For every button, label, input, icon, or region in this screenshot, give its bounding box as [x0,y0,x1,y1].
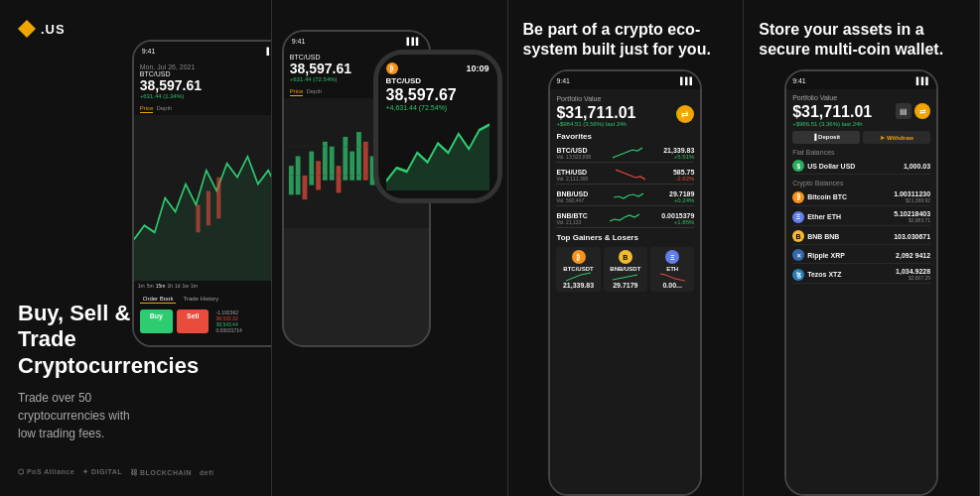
panel-ecosystem: Be part of a crypto eco-system built jus… [508,0,745,496]
eth-icon: Ξ [792,211,804,223]
status-time-2: 9:41 [292,38,306,45]
mini-chart-btc [613,146,642,160]
phone-mockup-4: 9:41 ▐▐ ▌ Portfolio Value $31,711.01 +$9… [784,69,938,496]
list-item: Ξ Ether ETH 5.10218403 $2,983.71 [792,208,930,226]
list-item: BNB/BTC Vol. 21,123 0.0015379 +1.85% [556,209,694,228]
svg-rect-2 [216,178,220,219]
wallet-portfolio-change: +$986.51 (3.36%) last 24h [792,121,872,127]
list-item: ✕ Ripple XRP 2,092 9412 [792,247,930,264]
list-item: ₿ Bitcoin BTC 1.00311230 $21,388.92 [792,188,930,206]
svg-rect-6 [309,152,314,186]
top-gainers-label: Top Gainers & Losers [556,233,694,242]
gainer-card-eth: Ξ ETH 0.00... [650,247,694,292]
phone-mockup-3: 9:41 ▐▐ ▌ Portfolio Value $31,711.01 +$9… [548,69,702,496]
svg-rect-14 [363,142,368,181]
list-item: BTC/USD Vol. 13,523,838 21,339.83 +5.51% [556,144,694,163]
panel-headline-4: Store your assets in a secure multi-coin… [744,0,979,69]
phone2-price: 38,597.61 [290,61,351,76]
watch-chart [386,115,490,190]
top-gainers-row: ₿ BTC/USDT 21,339.83 B BNB/USDT [556,247,694,292]
panel-headline-3: Be part of a crypto eco-system built jus… [508,0,744,69]
svg-rect-3 [289,166,294,194]
portfolio-icon: ⇄ [676,105,694,123]
watch-price: 38,597.67 [386,87,490,103]
mini-chart-eth [616,168,645,182]
panel-watch: 9:41 ▐▐ ▌ BTC/USD 38,597.61 +631.44 (72.… [272,0,508,496]
deposit-button[interactable]: ▐ Deposit [792,131,860,144]
bnb-icon: B [792,230,804,242]
wallet-portfolio-label: Portfolio Value [792,94,930,101]
withdraw-icon: ➤ [880,135,887,141]
fiat-section-label: Fiat Balances [792,149,930,156]
portfolio-value-3: $31,711.01 [556,105,635,121]
sell-button[interactable]: Sell [177,310,209,333]
status-time: 9:41 [142,48,156,55]
withdraw-button[interactable]: ➤ Withdraw [863,131,930,144]
buy-button[interactable]: Buy [140,310,173,333]
list-item: ETH/USD Vol. 2,111,395 585.75 -2.62% [556,166,694,185]
crypto-section-label: Crypto Balances [792,180,930,186]
xtz-icon: ꜩ [792,269,804,281]
svg-rect-12 [350,152,354,181]
logo-text: .US [41,22,66,37]
portfolio-change-3: +$984.51 (3.56%) last 24h [556,121,635,127]
chart-area-1 [134,115,272,281]
btc-icon: ₿ [792,191,804,203]
status-icons: ▐▐ ▌ [264,48,272,55]
svg-rect-11 [343,137,348,181]
list-item: ꜩ Tezos XTZ 1,034.9228 $2,607.25 [792,266,930,284]
svg-rect-5 [302,176,307,199]
order-book-tab[interactable]: Order Book [140,295,177,304]
svg-rect-1 [207,191,210,226]
gainer-card-btc: ₿ BTC/USDT 21,339.83 [556,247,600,292]
wallet-portfolio-value: $31,711.01 [792,103,872,121]
partner-pos: ⬡ PoS Alliance [18,468,74,476]
svg-rect-0 [196,204,200,232]
wallet-exchange-icon: ⇄ [914,103,930,119]
phone-price-1: 38,597.61 [140,77,272,93]
panel-buy-sell-trade: .US 9:41 ▐▐ ▌ Mon, Jul 26, 2021 BTC/USD … [0,0,272,496]
watch-pair: BTC/USD [386,76,490,85]
svg-rect-8 [323,142,328,181]
svg-rect-10 [336,166,341,192]
phone-mockup-1: 9:41 ▐▐ ▌ Mon, Jul 26, 2021 BTC/USD 38,5… [132,40,272,347]
panel-subheadline-1: Trade over 50 cryptocurrencies with low … [18,389,147,442]
svg-rect-13 [356,132,361,181]
list-item: $ US Dollar USD 1,000.03 [792,158,930,175]
gainer-card-bnb: B BNB/USDT 29.7179 [604,247,647,292]
xrp-icon: ✕ [792,249,804,261]
logo-icon [18,20,36,38]
panel-wallet: Store your assets in a secure multi-coin… [744,0,980,496]
status-bar: 9:41 ▐▐ ▌ [134,42,272,60]
phone-change-1: +631.44 (1.34%) [140,93,272,99]
partner-digital: ✦ DIGITAL [82,468,122,476]
partners-row: ⬡ PoS Alliance ✦ DIGITAL ⛓ BLOCKCHAIN de… [18,468,253,476]
logo-area: .US [18,20,253,38]
phone2-change: +631.44 (72.54%) [290,76,351,82]
favorites-label: Favorites [556,132,694,141]
trade-history-tab[interactable]: Trade History [180,295,221,304]
wallet-card-icon: ▤ [896,103,911,119]
deposit-withdraw-row: ▐ Deposit ➤ Withdraw [792,131,930,144]
mini-chart-bnbbtc [610,211,639,225]
list-item: B BNB BNB 103.030671 [792,228,930,245]
watch-time: 10:09 [466,63,489,73]
mini-chart-bnb [614,189,643,203]
status-bar-3: 9:41 ▐▐ ▌ [550,71,700,89]
usd-icon: $ [792,160,804,172]
portfolio-label: Portfolio Value [556,95,694,102]
trade-bar: Order Book Trade History Buy Sell -1.192… [134,291,272,345]
partner-blockchain: ⛓ BLOCKCHAIN [130,469,192,476]
panel-headline-1: Buy, Sell & Trade Cryptocurrencies [18,301,147,379]
status-bar-4: 9:41 ▐▐ ▌ [786,71,936,89]
watch-change: +4,631.44 (72.54%) [386,104,490,111]
phone2-pair: BTC/USD [290,54,351,61]
status-bar-2: 9:41 ▐▐ ▌ [284,32,429,50]
partner-defi: defi [200,469,213,476]
list-item: BNB/USD Vol. 592,447 29.7189 +0.24% [556,187,694,206]
watch-mockup: ₿ 10:09 BTC/USD 38,597.67 +4,631.44 (72.… [373,50,502,203]
